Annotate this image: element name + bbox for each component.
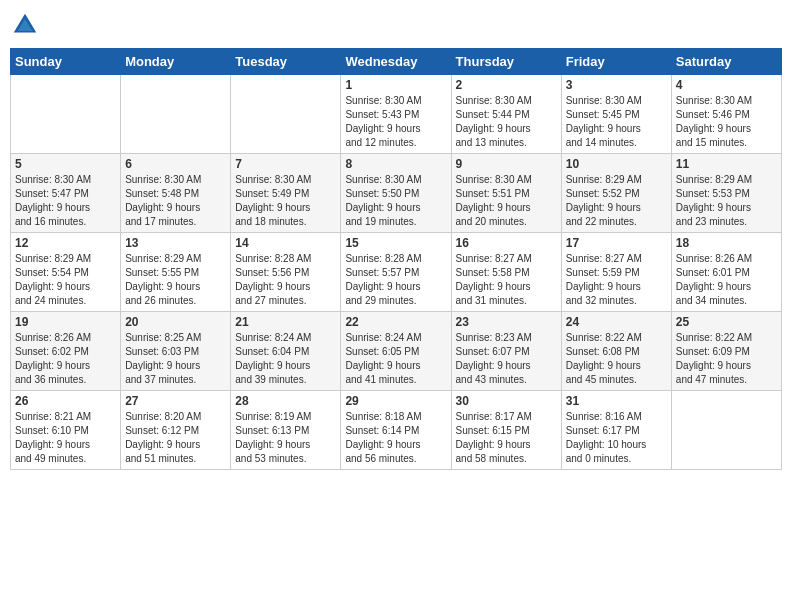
calendar-cell: 31Sunrise: 8:16 AM Sunset: 6:17 PM Dayli… (561, 391, 671, 470)
day-info: Sunrise: 8:29 AM Sunset: 5:52 PM Dayligh… (566, 173, 667, 229)
day-number: 30 (456, 394, 557, 408)
day-number: 17 (566, 236, 667, 250)
day-number: 29 (345, 394, 446, 408)
calendar-cell: 12Sunrise: 8:29 AM Sunset: 5:54 PM Dayli… (11, 233, 121, 312)
calendar-cell (231, 75, 341, 154)
calendar-cell: 29Sunrise: 8:18 AM Sunset: 6:14 PM Dayli… (341, 391, 451, 470)
weekday-header-row: SundayMondayTuesdayWednesdayThursdayFrid… (11, 49, 782, 75)
day-info: Sunrise: 8:19 AM Sunset: 6:13 PM Dayligh… (235, 410, 336, 466)
day-number: 28 (235, 394, 336, 408)
day-info: Sunrise: 8:18 AM Sunset: 6:14 PM Dayligh… (345, 410, 446, 466)
day-info: Sunrise: 8:27 AM Sunset: 5:58 PM Dayligh… (456, 252, 557, 308)
day-info: Sunrise: 8:28 AM Sunset: 5:57 PM Dayligh… (345, 252, 446, 308)
day-info: Sunrise: 8:26 AM Sunset: 6:02 PM Dayligh… (15, 331, 116, 387)
day-number: 23 (456, 315, 557, 329)
calendar-cell: 15Sunrise: 8:28 AM Sunset: 5:57 PM Dayli… (341, 233, 451, 312)
calendar-cell: 17Sunrise: 8:27 AM Sunset: 5:59 PM Dayli… (561, 233, 671, 312)
day-info: Sunrise: 8:24 AM Sunset: 6:05 PM Dayligh… (345, 331, 446, 387)
day-number: 31 (566, 394, 667, 408)
week-row-0: 1Sunrise: 8:30 AM Sunset: 5:43 PM Daylig… (11, 75, 782, 154)
calendar-cell: 16Sunrise: 8:27 AM Sunset: 5:58 PM Dayli… (451, 233, 561, 312)
calendar-cell: 6Sunrise: 8:30 AM Sunset: 5:48 PM Daylig… (121, 154, 231, 233)
calendar-cell: 7Sunrise: 8:30 AM Sunset: 5:49 PM Daylig… (231, 154, 341, 233)
weekday-header-thursday: Thursday (451, 49, 561, 75)
day-info: Sunrise: 8:30 AM Sunset: 5:43 PM Dayligh… (345, 94, 446, 150)
calendar-cell: 8Sunrise: 8:30 AM Sunset: 5:50 PM Daylig… (341, 154, 451, 233)
day-info: Sunrise: 8:30 AM Sunset: 5:48 PM Dayligh… (125, 173, 226, 229)
day-info: Sunrise: 8:28 AM Sunset: 5:56 PM Dayligh… (235, 252, 336, 308)
week-row-2: 12Sunrise: 8:29 AM Sunset: 5:54 PM Dayli… (11, 233, 782, 312)
day-info: Sunrise: 8:29 AM Sunset: 5:55 PM Dayligh… (125, 252, 226, 308)
day-number: 5 (15, 157, 116, 171)
day-number: 26 (15, 394, 116, 408)
day-info: Sunrise: 8:30 AM Sunset: 5:46 PM Dayligh… (676, 94, 777, 150)
calendar-cell (11, 75, 121, 154)
day-info: Sunrise: 8:29 AM Sunset: 5:54 PM Dayligh… (15, 252, 116, 308)
page: SundayMondayTuesdayWednesdayThursdayFrid… (0, 0, 792, 612)
weekday-header-wednesday: Wednesday (341, 49, 451, 75)
day-number: 20 (125, 315, 226, 329)
day-info: Sunrise: 8:26 AM Sunset: 6:01 PM Dayligh… (676, 252, 777, 308)
day-info: Sunrise: 8:27 AM Sunset: 5:59 PM Dayligh… (566, 252, 667, 308)
day-info: Sunrise: 8:30 AM Sunset: 5:45 PM Dayligh… (566, 94, 667, 150)
calendar-cell: 21Sunrise: 8:24 AM Sunset: 6:04 PM Dayli… (231, 312, 341, 391)
calendar-cell: 1Sunrise: 8:30 AM Sunset: 5:43 PM Daylig… (341, 75, 451, 154)
week-row-1: 5Sunrise: 8:30 AM Sunset: 5:47 PM Daylig… (11, 154, 782, 233)
weekday-header-friday: Friday (561, 49, 671, 75)
calendar-cell: 28Sunrise: 8:19 AM Sunset: 6:13 PM Dayli… (231, 391, 341, 470)
day-info: Sunrise: 8:30 AM Sunset: 5:50 PM Dayligh… (345, 173, 446, 229)
weekday-header-tuesday: Tuesday (231, 49, 341, 75)
day-number: 27 (125, 394, 226, 408)
day-info: Sunrise: 8:23 AM Sunset: 6:07 PM Dayligh… (456, 331, 557, 387)
calendar-cell: 10Sunrise: 8:29 AM Sunset: 5:52 PM Dayli… (561, 154, 671, 233)
day-number: 24 (566, 315, 667, 329)
day-number: 19 (15, 315, 116, 329)
day-number: 1 (345, 78, 446, 92)
calendar-cell: 9Sunrise: 8:30 AM Sunset: 5:51 PM Daylig… (451, 154, 561, 233)
day-info: Sunrise: 8:25 AM Sunset: 6:03 PM Dayligh… (125, 331, 226, 387)
header (10, 10, 782, 40)
logo-icon (10, 10, 40, 40)
day-number: 4 (676, 78, 777, 92)
day-number: 18 (676, 236, 777, 250)
calendar-cell: 11Sunrise: 8:29 AM Sunset: 5:53 PM Dayli… (671, 154, 781, 233)
day-number: 7 (235, 157, 336, 171)
day-info: Sunrise: 8:21 AM Sunset: 6:10 PM Dayligh… (15, 410, 116, 466)
calendar-cell: 23Sunrise: 8:23 AM Sunset: 6:07 PM Dayli… (451, 312, 561, 391)
day-number: 6 (125, 157, 226, 171)
day-info: Sunrise: 8:30 AM Sunset: 5:44 PM Dayligh… (456, 94, 557, 150)
calendar-cell: 20Sunrise: 8:25 AM Sunset: 6:03 PM Dayli… (121, 312, 231, 391)
calendar-cell: 3Sunrise: 8:30 AM Sunset: 5:45 PM Daylig… (561, 75, 671, 154)
calendar-cell: 4Sunrise: 8:30 AM Sunset: 5:46 PM Daylig… (671, 75, 781, 154)
day-number: 22 (345, 315, 446, 329)
day-number: 10 (566, 157, 667, 171)
day-number: 3 (566, 78, 667, 92)
day-info: Sunrise: 8:22 AM Sunset: 6:09 PM Dayligh… (676, 331, 777, 387)
calendar-cell: 19Sunrise: 8:26 AM Sunset: 6:02 PM Dayli… (11, 312, 121, 391)
calendar-cell: 13Sunrise: 8:29 AM Sunset: 5:55 PM Dayli… (121, 233, 231, 312)
day-info: Sunrise: 8:30 AM Sunset: 5:51 PM Dayligh… (456, 173, 557, 229)
day-number: 2 (456, 78, 557, 92)
day-info: Sunrise: 8:30 AM Sunset: 5:47 PM Dayligh… (15, 173, 116, 229)
day-info: Sunrise: 8:30 AM Sunset: 5:49 PM Dayligh… (235, 173, 336, 229)
calendar-cell: 14Sunrise: 8:28 AM Sunset: 5:56 PM Dayli… (231, 233, 341, 312)
day-number: 13 (125, 236, 226, 250)
calendar-cell: 27Sunrise: 8:20 AM Sunset: 6:12 PM Dayli… (121, 391, 231, 470)
weekday-header-sunday: Sunday (11, 49, 121, 75)
calendar-cell: 2Sunrise: 8:30 AM Sunset: 5:44 PM Daylig… (451, 75, 561, 154)
calendar-cell: 26Sunrise: 8:21 AM Sunset: 6:10 PM Dayli… (11, 391, 121, 470)
day-number: 12 (15, 236, 116, 250)
day-number: 9 (456, 157, 557, 171)
calendar-cell: 5Sunrise: 8:30 AM Sunset: 5:47 PM Daylig… (11, 154, 121, 233)
day-number: 8 (345, 157, 446, 171)
day-info: Sunrise: 8:17 AM Sunset: 6:15 PM Dayligh… (456, 410, 557, 466)
day-number: 14 (235, 236, 336, 250)
calendar-cell: 18Sunrise: 8:26 AM Sunset: 6:01 PM Dayli… (671, 233, 781, 312)
calendar-cell (121, 75, 231, 154)
calendar-cell: 24Sunrise: 8:22 AM Sunset: 6:08 PM Dayli… (561, 312, 671, 391)
day-info: Sunrise: 8:16 AM Sunset: 6:17 PM Dayligh… (566, 410, 667, 466)
day-number: 25 (676, 315, 777, 329)
week-row-3: 19Sunrise: 8:26 AM Sunset: 6:02 PM Dayli… (11, 312, 782, 391)
calendar-cell: 30Sunrise: 8:17 AM Sunset: 6:15 PM Dayli… (451, 391, 561, 470)
day-info: Sunrise: 8:22 AM Sunset: 6:08 PM Dayligh… (566, 331, 667, 387)
